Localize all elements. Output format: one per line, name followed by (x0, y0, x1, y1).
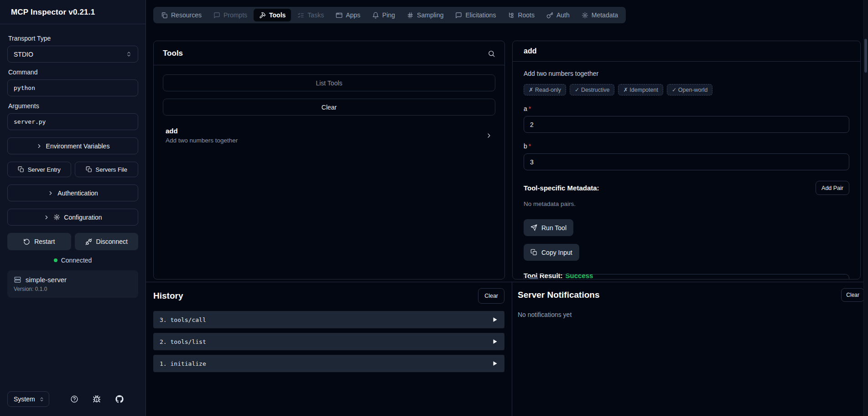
tab-bar: Resources Prompts Tools Tasks Apps (153, 7, 626, 23)
scrollbar-thumb-horizontal[interactable] (529, 277, 538, 279)
content-row: Tools List Tools Clear add Add two numbe… (146, 24, 868, 282)
add-pair-button[interactable]: Add Pair (816, 181, 849, 195)
tab-label: Auth (556, 11, 570, 19)
tab-label: Sampling (417, 11, 443, 19)
clear-tools-button[interactable]: Clear (163, 99, 495, 116)
arguments-label: Arguments (8, 102, 138, 110)
vertical-scrollbar[interactable] (863, 0, 868, 416)
tool-list-item-add[interactable]: add Add two numbers together (163, 127, 495, 144)
footer-icons (49, 395, 137, 403)
tool-annotation-badges: ✗ Read-only ✓ Destructive ✗ Idempotent ✓… (524, 84, 849, 95)
tool-item-description: Add two numbers together (166, 137, 238, 144)
param-b-input[interactable] (524, 153, 849, 170)
transport-type-select[interactable]: STDIO (7, 46, 138, 63)
tool-item-name: add (166, 127, 238, 135)
app-title: MCP Inspector v0.21.1 (11, 8, 135, 17)
tab-roots[interactable]: Roots (502, 9, 540, 21)
tab-label: Tasks (307, 11, 324, 19)
github-icon[interactable] (115, 395, 124, 403)
copy-input-button[interactable]: Copy Input (524, 244, 579, 261)
restart-button[interactable]: Restart (7, 233, 71, 250)
tree-icon (508, 12, 515, 19)
servers-file-button[interactable]: Servers File (75, 162, 139, 177)
command-label: Command (8, 68, 138, 76)
play-icon[interactable] (492, 338, 498, 345)
help-icon[interactable] (70, 395, 78, 403)
copy-buttons-row: Server Entry Servers File (7, 162, 138, 177)
param-a-input[interactable] (524, 116, 849, 133)
tab-ping[interactable]: Ping (367, 9, 400, 21)
tools-column: Tools List Tools Clear add Add two numbe… (146, 24, 512, 282)
chevrons-up-down-icon (39, 397, 44, 402)
arguments-input[interactable] (7, 113, 138, 130)
tab-label: Elicitations (465, 11, 496, 19)
tab-label: Apps (346, 11, 360, 19)
play-icon[interactable] (492, 316, 498, 323)
bottom-row: History Clear 3. tools/call 2. tools/lis… (146, 282, 868, 416)
notifications-clear-button[interactable]: Clear (841, 288, 864, 302)
restart-icon (23, 238, 30, 245)
param-b-name: b (524, 142, 527, 150)
metadata-label: Tool-specific Metadata: (524, 184, 599, 192)
configuration-toggle[interactable]: Configuration (7, 209, 138, 226)
theme-select[interactable]: System (7, 391, 49, 407)
transport-type-value: STDIO (14, 51, 33, 58)
tab-label: Ping (382, 11, 395, 19)
server-entry-button[interactable]: Server Entry (7, 162, 71, 177)
run-tool-button[interactable]: Run Tool (524, 219, 573, 236)
tab-resources[interactable]: Resources (156, 9, 207, 21)
badge-read-only: ✗ Read-only (524, 84, 566, 95)
notifications-title: Server Notifications (518, 290, 600, 300)
bug-icon[interactable] (93, 395, 101, 403)
gear-icon (582, 12, 588, 19)
tool-detail-title: add (524, 47, 536, 55)
list-tools-button[interactable]: List Tools (163, 74, 495, 91)
history-clear-button[interactable]: Clear (478, 288, 504, 304)
tool-result-box-partial (524, 274, 849, 279)
param-b-label: b* (524, 142, 849, 150)
history-item[interactable]: 2. tools/list (153, 333, 504, 350)
app-window-icon (336, 12, 343, 19)
key-icon (546, 12, 553, 19)
play-icon[interactable] (492, 360, 498, 367)
tab-metadata[interactable]: Metadata (576, 9, 624, 21)
bell-icon (372, 12, 379, 19)
environment-variables-toggle[interactable]: Environment Variables (7, 137, 138, 154)
history-item-label: 2. tools/list (160, 338, 206, 345)
search-icon[interactable] (488, 50, 495, 58)
history-item[interactable]: 3. tools/call (153, 311, 504, 328)
connection-form: Transport Type STDIO Command Arguments E… (0, 24, 146, 298)
badge-open-world: ✓ Open-world (667, 84, 713, 95)
history-header: History Clear (153, 288, 504, 304)
servers-file-label: Servers File (96, 166, 127, 173)
chevron-right-icon (485, 132, 493, 139)
nav-area: Resources Prompts Tools Tasks Apps (146, 0, 868, 24)
tab-tools[interactable]: Tools (254, 9, 291, 21)
history-item[interactable]: 1. initialize (153, 355, 504, 372)
tools-panel: Tools List Tools Clear add Add two numbe… (153, 41, 505, 279)
tab-elicitations[interactable]: Elicitations (450, 9, 501, 21)
scrollbar-thumb-vertical[interactable] (864, 39, 867, 73)
tool-detail-column: add Add two numbers together ✗ Read-only… (512, 24, 868, 282)
tab-apps[interactable]: Apps (330, 9, 366, 21)
disconnect-button[interactable]: Disconnect (75, 233, 139, 250)
tab-sampling[interactable]: Sampling (401, 9, 449, 21)
list-checks-icon (297, 12, 304, 19)
tab-label: Metadata (592, 11, 618, 19)
metadata-empty-text: No metadata pairs. (524, 200, 849, 207)
badge-destructive: ✓ Destructive (570, 84, 614, 95)
sidebar: MCP Inspector v0.21.1 Transport Type STD… (0, 0, 146, 416)
tab-label: Tools (269, 11, 286, 19)
tab-label: Resources (171, 11, 202, 19)
chevron-right-icon (43, 214, 50, 221)
server-version: Version: 0.1.0 (14, 286, 132, 292)
tab-prompts[interactable]: Prompts (208, 9, 253, 21)
history-list: 3. tools/call 2. tools/list 1. initializ… (153, 311, 504, 372)
transport-type-label: Transport Type (8, 35, 138, 42)
authentication-toggle[interactable]: Authentication (7, 184, 138, 201)
tab-tasks[interactable]: Tasks (292, 9, 329, 21)
command-input[interactable] (7, 79, 138, 96)
param-a-name: a (524, 105, 527, 112)
hash-icon (407, 12, 414, 19)
tab-auth[interactable]: Auth (541, 9, 575, 21)
